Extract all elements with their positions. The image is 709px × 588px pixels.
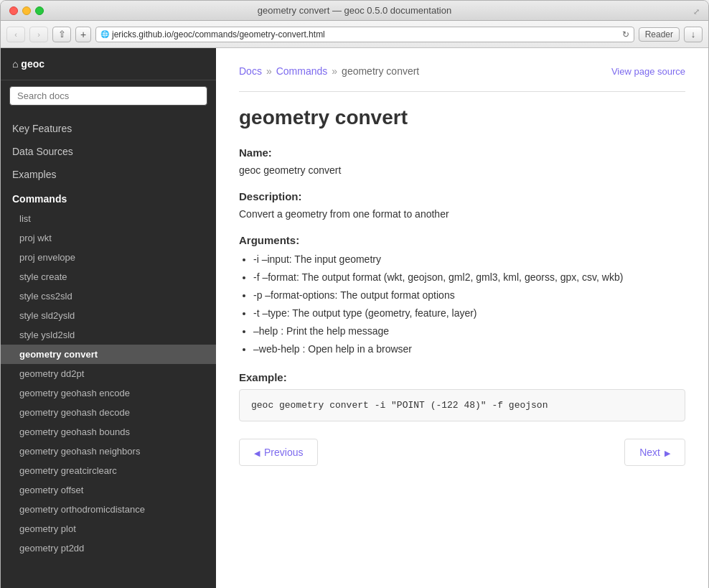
sidebar-item-style-css2sld[interactable]: style css2sld [1, 286, 216, 306]
sidebar-item-geometry-geohash-bounds[interactable]: geometry geohash bounds [1, 422, 216, 442]
arguments-list: -i –input: The input geometry -f –format… [253, 252, 685, 357]
share-button[interactable]: ⇧ [52, 27, 71, 42]
resize-icon: ⤢ [693, 7, 700, 16]
sidebar-item-data-sources[interactable]: Data Sources [1, 140, 216, 163]
breadcrumb-docs[interactable]: Docs [239, 65, 262, 77]
search-input[interactable] [9, 86, 207, 106]
sidebar-item-proj-envelope[interactable]: proj envelope [1, 248, 216, 267]
sidebar-item-style-sld2ysld[interactable]: style sld2ysld [1, 306, 216, 325]
search-wrap [1, 80, 216, 111]
maximize-button[interactable] [35, 6, 44, 15]
previous-button[interactable]: Previous [239, 439, 318, 466]
next-label: Next [639, 447, 660, 458]
sidebar-nav: Key Features Data Sources Examples Comma… [1, 111, 216, 564]
argument-4: –help : Print the help message [253, 324, 685, 339]
argument-1: -f –format: The output format (wkt, geoj… [253, 270, 685, 285]
sidebar-item-geometry-geohash-neighbors[interactable]: geometry geohash neighbors [1, 442, 216, 461]
reload-button[interactable]: ↻ [622, 29, 629, 39]
sidebar-item-geometry-plot[interactable]: geometry plot [1, 519, 216, 538]
sidebar-item-style-ysld2sld[interactable]: style ysld2sld [1, 325, 216, 345]
content-divider [239, 91, 685, 92]
title-bar: geometry convert — geoc 0.5.0 documentat… [1, 1, 708, 21]
sidebar-item-geometry-dd2pt[interactable]: geometry dd2pt [1, 364, 216, 383]
back-button[interactable]: ‹ [6, 27, 25, 42]
sidebar-item-geometry-orthodromicdistance[interactable]: geometry orthodromicdistance [1, 500, 216, 519]
window-title: geometry convert — geoc 0.5.0 documentat… [258, 5, 451, 16]
argument-0: -i –input: The input geometry [253, 252, 685, 267]
sidebar: ⌂ geoc Key Features Data Sources Example… [1, 48, 216, 588]
commands-header: Commands [1, 186, 216, 209]
close-button[interactable] [9, 6, 18, 15]
description-value: Convert a geometry from one format to an… [239, 208, 685, 220]
sidebar-item-geometry-greatcirclearc[interactable]: geometry greatcirclearc [1, 461, 216, 480]
minimize-button[interactable] [22, 6, 31, 15]
previous-arrow-icon [254, 447, 260, 458]
sidebar-item-geometry-geohash-encode[interactable]: geometry geohash encode [1, 383, 216, 403]
sidebar-header: ⌂ geoc [1, 48, 216, 80]
example-code: geoc geometry convert -i "POINT (-122 48… [239, 389, 685, 421]
nav-buttons: Previous Next [239, 439, 685, 466]
argument-2: -p –format-options: The output format op… [253, 288, 685, 303]
argument-5: –web-help : Open help in a browser [253, 342, 685, 357]
next-button[interactable]: Next [624, 439, 685, 466]
sidebar-logo[interactable]: ⌂ geoc [12, 58, 44, 70]
arguments-label: Arguments: [239, 234, 685, 246]
breadcrumb-sep-2: » [332, 65, 337, 77]
url-bar[interactable]: 🌐 jericks.github.io/geoc/commands/geomet… [95, 27, 634, 42]
reader-button[interactable]: Reader [639, 27, 680, 42]
previous-label: Previous [264, 447, 303, 458]
sidebar-item-list[interactable]: list [1, 209, 216, 228]
name-value: geoc geometry convert [239, 164, 685, 176]
sidebar-item-examples[interactable]: Examples [1, 163, 216, 186]
breadcrumb-sep-1: » [266, 65, 272, 77]
forward-button[interactable]: › [29, 27, 48, 42]
sidebar-item-geometry-offset[interactable]: geometry offset [1, 480, 216, 500]
sidebar-item-key-features[interactable]: Key Features [1, 117, 216, 140]
page-title: geometry convert [239, 106, 685, 129]
breadcrumb: Docs » Commands » geometry convert View … [239, 65, 685, 77]
sidebar-item-style-create[interactable]: style create [1, 267, 216, 286]
description-label: Description: [239, 190, 685, 202]
next-arrow-icon [665, 447, 670, 458]
view-source-link[interactable]: View page source [611, 66, 685, 77]
sidebar-item-proj-wkt[interactable]: proj wkt [1, 228, 216, 248]
traffic-lights [9, 6, 44, 15]
sidebar-item-geometry-geohash-decode[interactable]: geometry geohash decode [1, 403, 216, 422]
url-text: jericks.github.io/geoc/commands/geometry… [112, 29, 619, 39]
content-area: Docs » Commands » geometry convert View … [216, 48, 708, 588]
name-label: Name: [239, 146, 685, 159]
main-layout: ⌂ geoc Key Features Data Sources Example… [1, 48, 708, 588]
favicon-icon: 🌐 [100, 30, 109, 38]
breadcrumb-current: geometry convert [342, 65, 419, 77]
browser-toolbar: ‹ › ⇧ + 🌐 jericks.github.io/geoc/command… [1, 21, 708, 48]
download-button[interactable]: ↓ [684, 27, 703, 42]
breadcrumb-left: Docs » Commands » geometry convert [239, 65, 419, 77]
add-tab-button[interactable]: + [75, 27, 91, 42]
breadcrumb-commands[interactable]: Commands [276, 65, 328, 77]
example-label: Example: [239, 371, 685, 383]
sidebar-item-geometry-pt2dd[interactable]: geometry pt2dd [1, 538, 216, 558]
argument-3: -t –type: The output type (geometry, fea… [253, 306, 685, 321]
sidebar-item-geometry-convert[interactable]: geometry convert [1, 345, 216, 364]
